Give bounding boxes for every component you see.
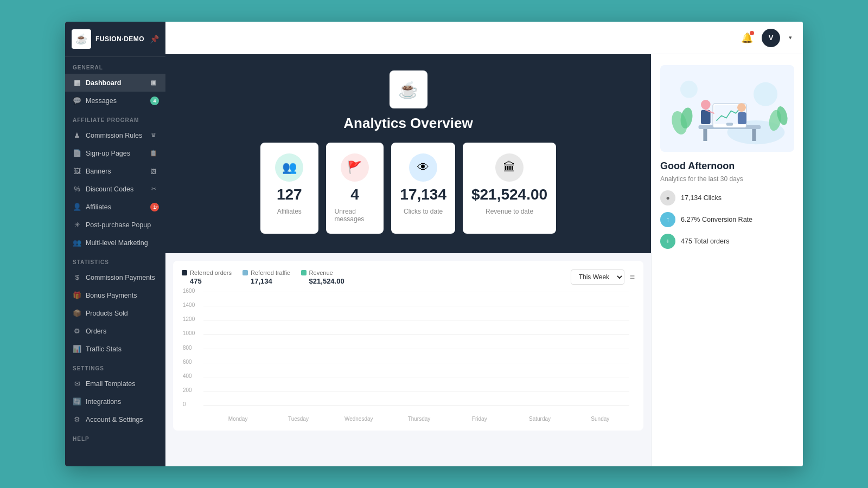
illustration <box>660 65 794 152</box>
analytics-dot: ● <box>660 190 675 206</box>
notification-dot <box>750 31 754 35</box>
legend-label: Revenue <box>309 269 333 276</box>
pin-icon[interactable]: 📌 <box>150 35 159 43</box>
hero-logo-emoji: ☕ <box>398 80 418 99</box>
bars-container <box>209 292 629 406</box>
sidebar-item-email-templates[interactable]: ✉ Email Templates <box>65 375 165 393</box>
analytics-text: 6.27% Conversion Rate <box>681 216 752 223</box>
stat-label: Affiliates <box>277 208 302 215</box>
sidebar-item-mlm[interactable]: 👥 Multi-level Marketing <box>65 234 165 252</box>
main-area: 🔔 V ▾ ☕ Analytics Overview 👥 127 Affilia… <box>165 22 803 466</box>
banners-icon: 🖼 <box>73 167 81 175</box>
dashboard-icon: ▦ <box>73 79 81 87</box>
x-label: Monday <box>209 416 267 422</box>
grid-label: 1000 <box>183 330 195 336</box>
sidebar-item-integrations[interactable]: 🔄 Integrations <box>65 393 165 410</box>
stat-label: Clicks to date <box>404 208 443 215</box>
analytics-dot: + <box>660 234 675 249</box>
sidebar-item-label: Account & Settings <box>86 416 143 423</box>
sidebar-item-label: Multi-level Marketing <box>86 239 148 247</box>
greeting-text: Good Afternoon <box>660 160 794 172</box>
integrations-icon: 🔄 <box>73 397 81 406</box>
discount-codes-icon: % <box>73 185 81 193</box>
sidebar-item-label: Banners <box>86 168 111 175</box>
section-general: General <box>65 57 165 74</box>
logo-emoji: ☕ <box>75 33 87 45</box>
app-container: ☕ FUSION·DEMO 📌 General ▦ Dashboard ▣ 💬 … <box>65 22 803 466</box>
user-menu-chevron[interactable]: ▾ <box>789 34 792 41</box>
messages-icon: 💬 <box>73 97 81 105</box>
stat-card: 👁 17,134 Clicks to date <box>391 143 455 234</box>
stat-icon: 🏛 <box>495 153 524 182</box>
stat-card: 🚩 4 Unread messages <box>326 143 384 234</box>
svg-rect-14 <box>701 110 711 124</box>
analytics-item: ↑ 6.27% Conversion Rate <box>660 212 794 227</box>
analytics-items: ● 17,134 Clicks ↑ 6.27% Conversion Rate … <box>660 190 794 249</box>
svg-point-2 <box>680 81 698 98</box>
sidebar-item-bonus-payments[interactable]: 🎁 Bonus Payments <box>65 286 165 304</box>
sidebar-item-label: Affiliates <box>86 203 111 211</box>
analytics-period: Analytics for the last 30 days <box>660 175 794 183</box>
svg-rect-12 <box>726 123 733 125</box>
bonus-payments-icon: 🎁 <box>73 291 81 299</box>
sidebar-item-messages[interactable]: 💬 Messages 4 <box>65 92 165 110</box>
commission-rules-icon: ♟ <box>73 131 81 139</box>
svg-rect-16 <box>738 112 746 124</box>
sidebar-item-affiliates[interactable]: 👤 Affiliates 1 ▾ <box>65 198 165 216</box>
traffic-stats-icon: 📊 <box>73 345 81 353</box>
app-name: FUSION·DEMO <box>95 35 144 43</box>
sidebar-item-commission-rules[interactable]: ♟ Commission Rules ♛ <box>65 126 165 144</box>
svg-point-13 <box>701 100 711 110</box>
stat-card: 🏛 $21,524.00 Revenue to date <box>463 143 556 234</box>
x-label: Friday <box>450 416 508 422</box>
sidebar-item-traffic-stats[interactable]: 📊 Traffic Stats <box>65 340 165 358</box>
stat-value: 4 <box>350 186 359 203</box>
chart-header: Referred orders 475 Referred traffic 17,… <box>182 269 635 285</box>
content-area: ☕ Analytics Overview 👥 127 Affiliates 🚩 … <box>165 54 803 466</box>
sidebar-item-label: Commission Rules <box>86 132 142 139</box>
affiliates-icon: 👤 <box>73 203 81 211</box>
sidebar-item-label: Commission Payments <box>86 274 155 281</box>
legend-value: 475 <box>182 277 232 285</box>
sidebar-item-commission-payments[interactable]: $ Commission Payments <box>65 268 165 286</box>
sidebar-item-signup-pages[interactable]: 📄 Sign-up Pages 📋 <box>65 144 165 162</box>
sidebar-item-label: Messages <box>86 97 117 105</box>
sidebar-item-account-settings[interactable]: ⚙ Account & Settings <box>65 410 165 428</box>
sidebar-item-products-sold[interactable]: 📦 Products Sold <box>65 304 165 322</box>
legend-dot <box>182 270 187 275</box>
grid-label: 200 <box>183 387 192 393</box>
email-templates-icon: ✉ <box>73 380 81 388</box>
stat-value: 17,134 <box>400 186 446 203</box>
sidebar-item-post-purchase[interactable]: ✳ Post-purchase Popup <box>65 216 165 234</box>
notification-bell[interactable]: 🔔 <box>741 32 753 44</box>
chart-section: Referred orders 475 Referred traffic 17,… <box>173 261 643 431</box>
x-labels: MondayTuesdayWednesdayThursdayFridaySatu… <box>209 416 629 422</box>
x-label: Sunday <box>571 416 629 422</box>
analytics-item: ● 17,134 Clicks <box>660 190 794 206</box>
legend-value: 17,134 <box>242 277 290 285</box>
analytics-text: 475 Total orders <box>681 237 729 245</box>
legend-label: Referred orders <box>190 269 232 276</box>
stat-label: Unread messages <box>335 208 375 223</box>
legend-item: Revenue $21,524.00 <box>301 269 344 285</box>
sidebar-header: ☕ FUSION·DEMO 📌 <box>65 22 165 57</box>
x-label: Thursday <box>390 416 448 422</box>
sidebar-item-discount-codes[interactable]: % Discount Codes ✂ <box>65 180 165 198</box>
chart-controls: This Week ≡ <box>571 269 635 285</box>
chart-menu-icon[interactable]: ≡ <box>630 272 635 282</box>
sidebar-item-orders[interactable]: ⚙ Orders <box>65 322 165 340</box>
x-label: Tuesday <box>269 416 327 422</box>
svg-rect-8 <box>703 129 707 141</box>
sidebar-item-banners[interactable]: 🖼 Banners 🖼 <box>65 162 165 180</box>
top-nav: 🔔 V ▾ <box>165 22 803 54</box>
user-avatar[interactable]: V <box>762 29 780 47</box>
svg-point-15 <box>737 103 746 112</box>
section-settings: Settings <box>65 358 165 375</box>
grid-label: 1600 <box>183 288 195 294</box>
period-select[interactable]: This Week <box>571 269 624 285</box>
legend-item: Referred traffic 17,134 <box>242 269 290 285</box>
sidebar-item-dashboard[interactable]: ▦ Dashboard ▣ <box>65 74 165 92</box>
section-affiliate: Affiliate program <box>65 110 165 126</box>
stat-icon: 👥 <box>275 153 303 182</box>
dashboard-icon2: ▣ <box>149 79 158 86</box>
